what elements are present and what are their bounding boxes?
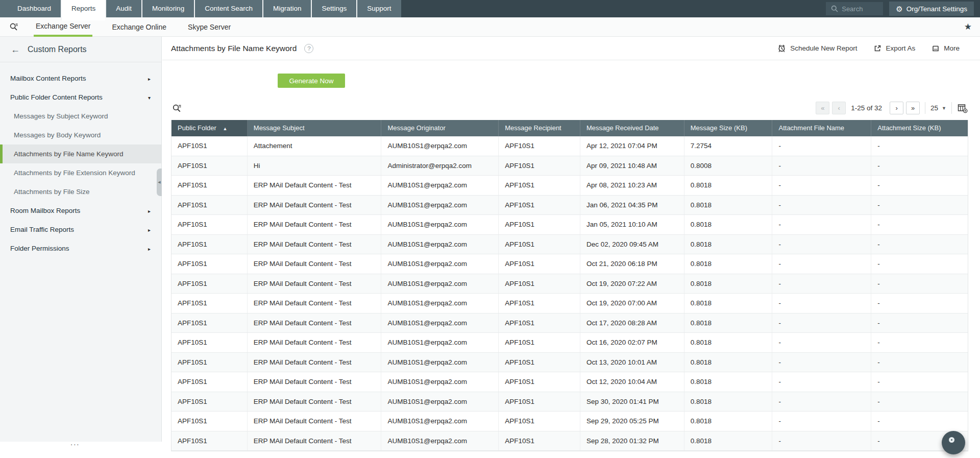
table-search-icon[interactable] [172,103,182,113]
nav-tab[interactable]: Migration [262,0,311,17]
generate-now-button[interactable]: Generate Now [278,74,345,88]
sidebar-list: Mailbox Content Reports ▸ Public Folder … [0,62,161,258]
column-header-label: Attachment File Name [778,124,844,132]
sidebar-item[interactable]: Mailbox Content Reports ▸ [0,69,161,88]
report-search-icon[interactable] [9,22,21,32]
global-search-input[interactable]: Search [826,2,883,15]
table-row[interactable]: APF10S1 ERP MAil Default Content - Test … [172,412,968,431]
sidebar-item[interactable]: Room Mailbox Reports ▸ [0,201,161,220]
cell-message-received-date: Sep 30, 2020 01:41 PM [580,392,684,412]
sidebar-collapse-handle[interactable]: ◀ [157,168,162,196]
first-page-button[interactable]: « [816,102,829,114]
previous-page-button[interactable]: ‹ [832,102,846,114]
nav-tab[interactable]: Reports [61,0,105,20]
last-page-button[interactable]: » [906,102,920,114]
secondary-tab[interactable]: Exchange Online [110,17,168,37]
table-row[interactable]: APF10S1 ERP MAil Default Content - Test … [172,431,968,451]
cell-message-subject: ERP MAil Default Content - Test [248,333,382,352]
more-button[interactable]: More [932,44,960,53]
add-column-icon[interactable] [957,103,968,113]
cell-message-recipient: APF10S1 [499,136,580,156]
cell-public-folder: APF10S1 [172,156,248,176]
schedule-new-report-label: Schedule New Report [790,44,857,52]
table-row[interactable]: APF10S1 ERP MAil Default Content - Test … [172,274,968,294]
page-size-dropdown[interactable]: 25 ▼ [930,104,946,112]
back-arrow-icon[interactable]: ← [11,45,20,54]
column-header[interactable]: Message Received Date [580,120,684,136]
cell-message-received-date: Oct 12, 2020 10:04 AM [580,372,684,392]
favorite-star-icon[interactable]: ★ [964,21,972,32]
next-page-button[interactable]: › [890,102,903,114]
sidebar-item[interactable]: Messages by Subject Keyword [0,107,161,126]
cell-message-recipient: APF10S1 [499,333,580,352]
sidebar-item[interactable]: Email Traffic Reports ▸ [0,220,161,239]
sort-ascending-icon: ▲ [223,126,228,131]
cell-message-received-date: Oct 17, 2020 08:28 AM [580,314,684,333]
nav-tab[interactable]: Monitoring [141,0,194,17]
sidebar-item-label: Public Folder Content Reports [10,93,103,101]
cell-message-recipient: APF10S1 [499,176,580,195]
secondary-tab[interactable]: Skype Server [186,17,233,37]
cell-attachment-file-name: - [772,294,871,313]
cell-message-originator: AUMB10S1@erpqa2.com [381,392,499,412]
cell-public-folder: APF10S1 [172,353,248,372]
column-header[interactable]: Public Folder ▲ [172,120,248,136]
column-header[interactable]: Attachment File Name [772,120,871,136]
table-row[interactable]: APF10S1 ERP MAil Default Content - Test … [172,254,968,274]
cell-attachment-file-name: - [772,196,871,215]
nav-right-section: Search ⚙ Org/Tenant Settings [826,0,980,17]
table-row[interactable]: APF10S1 Attachement AUMB10S1@erpqa2.com … [172,136,968,156]
table-row[interactable]: APF10S1 ERP MAil Default Content - Test … [172,333,968,353]
nav-tab[interactable]: Audit [105,0,141,17]
table-row[interactable]: APF10S1 ERP MAil Default Content - Test … [172,176,968,196]
org-tenant-settings-button[interactable]: ⚙ Org/Tenant Settings [889,2,974,16]
cell-public-folder: APF10S1 [172,136,248,156]
table-row[interactable]: APF10S1 ERP MAil Default Content - Test … [172,372,968,392]
chevron-icon: ▸ [148,206,151,215]
column-header[interactable]: Message Subject [248,120,382,136]
cell-message-originator: Administrator@erpqa2.com [381,156,499,176]
table-row[interactable]: APF10S1 ERP MAil Default Content - Test … [172,353,968,373]
table-row[interactable]: APF10S1 ERP MAil Default Content - Test … [172,294,968,314]
assistant-floating-button[interactable] [942,431,965,454]
column-header[interactable]: Message Size (KB) [684,120,773,136]
cell-message-received-date: Oct 21, 2020 06:18 PM [580,254,684,274]
nav-tab[interactable]: Settings [311,0,356,17]
column-header[interactable]: Message Recipient [499,120,580,136]
cell-attachment-size: - [871,136,968,156]
cell-message-size: 0.8018 [684,176,773,195]
table-row[interactable]: APF10S1 ERP MAil Default Content - Test … [172,196,968,215]
table-row[interactable]: APF10S1 ERP MAil Default Content - Test … [172,215,968,235]
nav-tab[interactable]: Dashboard [8,0,61,17]
column-header[interactable]: Attachment Size (KB) [871,120,968,136]
table-row[interactable]: APF10S1 ERP MAil Default Content - Test … [172,314,968,333]
sidebar-item[interactable]: Attachments by File Name Keyword [0,144,161,163]
sidebar-item[interactable]: Attachments by File Size [0,182,161,201]
column-header-label: Message Recipient [505,124,561,132]
column-header[interactable]: Message Originator [381,120,499,136]
cell-attachment-size: - [871,412,968,431]
cell-message-subject: ERP MAil Default Content - Test [248,353,382,372]
cell-message-recipient: APF10S1 [499,353,580,372]
nav-tab[interactable]: Support [356,0,401,17]
cell-message-originator: AUMB10S1@erpqa2.com [381,235,499,254]
schedule-new-report-button[interactable]: Schedule New Report [777,44,857,53]
cell-message-size: 0.8018 [684,333,773,352]
table-row[interactable]: APF10S1 ERP MAil Default Content - Test … [172,392,968,412]
nav-tab[interactable]: Content Search [194,0,262,17]
cell-attachment-size: - [871,196,968,215]
table-row[interactable]: APF10S1 Hi Administrator@erpqa2.com APF1… [172,156,968,176]
cell-attachment-file-name: - [772,372,871,392]
table-row[interactable]: APF10S1 ERP MAil Default Content - Test … [172,235,968,255]
sidebar-item[interactable]: Messages by Body Keyword [0,126,161,144]
sidebar-item[interactable]: Folder Permissions ▸ [0,239,161,258]
sidebar-item[interactable]: Attachments by File Extension Keyword [0,163,161,182]
cell-attachment-file-name: - [772,333,871,352]
sidebar-item[interactable]: Public Folder Content Reports ▾ [0,88,161,107]
cell-message-subject: ERP MAil Default Content - Test [248,196,382,215]
cell-message-originator: AUMB10S1@erpqa2.com [381,254,499,274]
export-as-button[interactable]: Export As [873,44,915,53]
cell-attachment-file-name: - [772,412,871,431]
help-icon[interactable]: ? [304,44,313,53]
cell-message-recipient: APF10S1 [499,412,580,431]
